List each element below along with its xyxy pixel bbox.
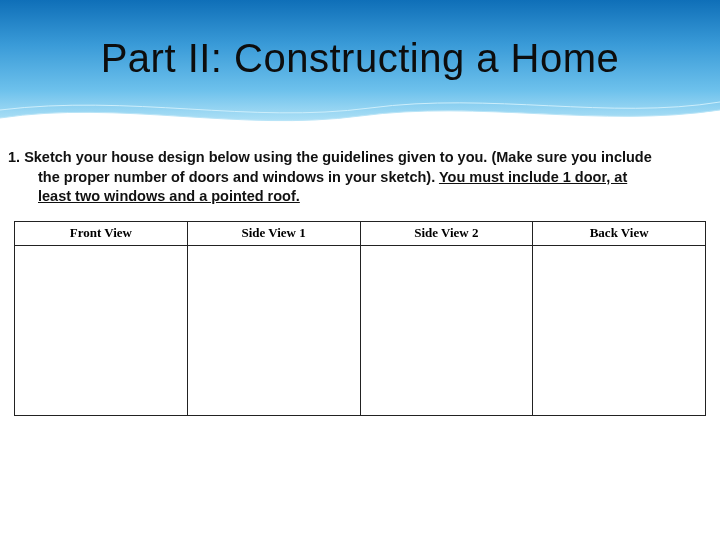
wave-decoration xyxy=(0,90,720,130)
col-side-view-1: Side View 1 xyxy=(187,221,360,245)
cell-front-view xyxy=(15,245,188,415)
slide-title: Part II: Constructing a Home xyxy=(0,36,720,81)
instruction-line2: the proper number of doors and windows i… xyxy=(38,169,439,185)
table-header-row: Front View Side View 1 Side View 2 Back … xyxy=(15,221,706,245)
cell-side-view-2 xyxy=(360,245,533,415)
instruction-req-a: You must include 1 door, at xyxy=(439,169,627,185)
col-side-view-2: Side View 2 xyxy=(360,221,533,245)
title-banner: Part II: Constructing a Home xyxy=(0,0,720,130)
col-front-view: Front View xyxy=(15,221,188,245)
instruction-number: 1. xyxy=(8,149,20,165)
instruction-line1a: Sketch your house design below using the… xyxy=(24,149,652,165)
table-row xyxy=(15,245,706,415)
content-area: 1. Sketch your house design below using … xyxy=(0,130,720,416)
instruction-text: 1. Sketch your house design below using … xyxy=(6,148,714,207)
views-table: Front View Side View 1 Side View 2 Back … xyxy=(14,221,706,416)
col-back-view: Back View xyxy=(533,221,706,245)
instruction-req-b: least two windows and a pointed roof. xyxy=(38,188,300,204)
views-table-wrap: Front View Side View 1 Side View 2 Back … xyxy=(14,221,706,416)
cell-side-view-1 xyxy=(187,245,360,415)
cell-back-view xyxy=(533,245,706,415)
